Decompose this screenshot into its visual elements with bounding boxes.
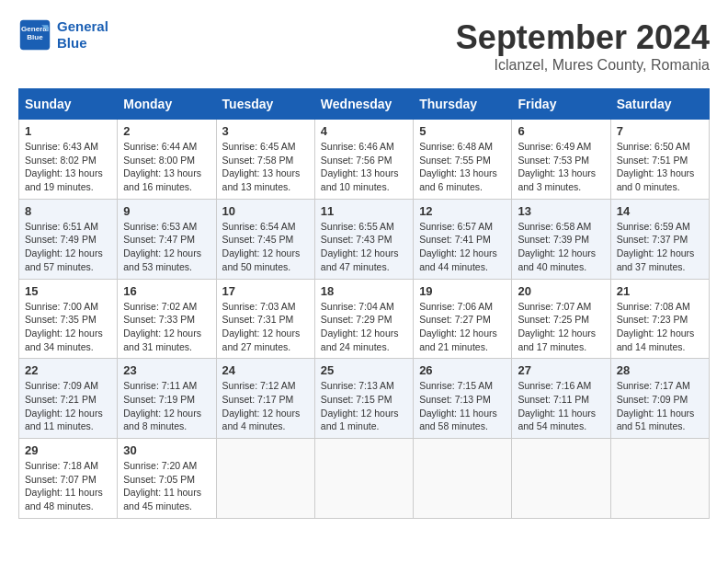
svg-text:Blue: Blue [27, 33, 43, 41]
calendar-cell: 6 Sunrise: 6:49 AMSunset: 7:53 PMDayligh… [512, 120, 610, 200]
calendar-week-row: 22 Sunrise: 7:09 AMSunset: 7:21 PMDaylig… [19, 359, 710, 439]
day-number: 18 [321, 284, 407, 298]
calendar-cell: 7 Sunrise: 6:50 AMSunset: 7:51 PMDayligh… [610, 120, 709, 200]
day-info: Sunrise: 7:15 AMSunset: 7:13 PMDaylight:… [419, 379, 506, 433]
calendar-week-row: 1 Sunrise: 6:43 AMSunset: 8:02 PMDayligh… [19, 120, 710, 200]
day-info: Sunrise: 7:17 AMSunset: 7:09 PMDaylight:… [617, 379, 703, 433]
day-number: 8 [25, 204, 111, 218]
calendar-cell: 1 Sunrise: 6:43 AMSunset: 8:02 PMDayligh… [19, 120, 118, 200]
day-info: Sunrise: 7:13 AMSunset: 7:15 PMDaylight:… [321, 379, 407, 433]
day-number: 17 [222, 284, 309, 298]
day-info: Sunrise: 6:46 AMSunset: 7:56 PMDaylight:… [321, 140, 407, 194]
day-info: Sunrise: 6:45 AMSunset: 7:58 PMDaylight:… [222, 140, 309, 194]
day-number: 28 [617, 363, 703, 377]
day-number: 30 [123, 443, 210, 457]
calendar-cell: 13 Sunrise: 6:58 AMSunset: 7:39 PMDaylig… [512, 199, 610, 279]
day-number: 6 [518, 124, 604, 138]
day-number: 22 [25, 363, 111, 377]
calendar-header-row: SundayMondayTuesdayWednesdayThursdayFrid… [19, 89, 710, 120]
calendar-cell: 5 Sunrise: 6:48 AMSunset: 7:55 PMDayligh… [414, 120, 512, 200]
day-number: 5 [419, 124, 506, 138]
day-number: 11 [321, 204, 407, 218]
day-info: Sunrise: 7:18 AMSunset: 7:07 PMDaylight:… [25, 459, 111, 513]
day-info: Sunrise: 6:55 AMSunset: 7:43 PMDaylight:… [321, 220, 407, 274]
day-number: 12 [419, 204, 506, 218]
calendar-cell: 17 Sunrise: 7:03 AMSunset: 7:31 PMDaylig… [216, 279, 314, 359]
calendar-cell: 25 Sunrise: 7:13 AMSunset: 7:15 PMDaylig… [314, 359, 413, 439]
calendar-cell: 3 Sunrise: 6:45 AMSunset: 7:58 PMDayligh… [216, 120, 314, 200]
day-info: Sunrise: 7:06 AMSunset: 7:27 PMDaylight:… [419, 300, 506, 354]
calendar-cell: 12 Sunrise: 6:57 AMSunset: 7:41 PMDaylig… [414, 199, 512, 279]
day-info: Sunrise: 6:53 AMSunset: 7:47 PMDaylight:… [123, 220, 210, 274]
day-number: 7 [617, 124, 703, 138]
day-number: 9 [123, 204, 210, 218]
day-info: Sunrise: 6:48 AMSunset: 7:55 PMDaylight:… [419, 140, 506, 194]
calendar-cell: 11 Sunrise: 6:55 AMSunset: 7:43 PMDaylig… [314, 199, 413, 279]
day-number: 27 [518, 363, 604, 377]
day-number: 25 [321, 363, 407, 377]
day-number: 26 [419, 363, 506, 377]
calendar-cell: 18 Sunrise: 7:04 AMSunset: 7:29 PMDaylig… [314, 279, 413, 359]
calendar-cell: 8 Sunrise: 6:51 AMSunset: 7:49 PMDayligh… [19, 199, 118, 279]
calendar-cell: 23 Sunrise: 7:11 AMSunset: 7:19 PMDaylig… [118, 359, 216, 439]
weekday-header-thursday: Thursday [414, 89, 512, 120]
calendar-cell: 30 Sunrise: 7:20 AMSunset: 7:05 PMDaylig… [118, 439, 216, 519]
calendar-cell: 2 Sunrise: 6:44 AMSunset: 8:00 PMDayligh… [118, 120, 216, 200]
weekday-header-saturday: Saturday [610, 89, 709, 120]
day-number: 3 [222, 124, 309, 138]
weekday-header-wednesday: Wednesday [314, 89, 413, 120]
title-block: September 2024 Iclanzel, Mures County, R… [456, 18, 710, 74]
logo-blue: Blue [57, 35, 108, 52]
day-number: 19 [419, 284, 506, 298]
calendar-cell: 15 Sunrise: 7:00 AMSunset: 7:35 PMDaylig… [19, 279, 118, 359]
day-number: 20 [518, 284, 604, 298]
day-number: 10 [222, 204, 309, 218]
day-info: Sunrise: 6:58 AMSunset: 7:39 PMDaylight:… [518, 220, 604, 274]
logo-general: General [57, 18, 108, 35]
month-title: September 2024 [456, 18, 710, 57]
calendar-cell: 9 Sunrise: 6:53 AMSunset: 7:47 PMDayligh… [118, 199, 216, 279]
calendar-week-row: 8 Sunrise: 6:51 AMSunset: 7:49 PMDayligh… [19, 199, 710, 279]
day-number: 21 [617, 284, 703, 298]
calendar-cell: 22 Sunrise: 7:09 AMSunset: 7:21 PMDaylig… [19, 359, 118, 439]
calendar-cell: 24 Sunrise: 7:12 AMSunset: 7:17 PMDaylig… [216, 359, 314, 439]
day-info: Sunrise: 7:07 AMSunset: 7:25 PMDaylight:… [518, 300, 604, 354]
day-number: 15 [25, 284, 111, 298]
day-info: Sunrise: 7:09 AMSunset: 7:21 PMDaylight:… [25, 379, 111, 433]
calendar-cell: 29 Sunrise: 7:18 AMSunset: 7:07 PMDaylig… [19, 439, 118, 519]
logo: General Blue General Blue [18, 18, 108, 52]
day-info: Sunrise: 7:11 AMSunset: 7:19 PMDaylight:… [123, 379, 210, 433]
day-info: Sunrise: 6:49 AMSunset: 7:53 PMDaylight:… [518, 140, 604, 194]
day-info: Sunrise: 6:44 AMSunset: 8:00 PMDaylight:… [123, 140, 210, 194]
calendar-week-row: 15 Sunrise: 7:00 AMSunset: 7:35 PMDaylig… [19, 279, 710, 359]
calendar-cell: 21 Sunrise: 7:08 AMSunset: 7:23 PMDaylig… [610, 279, 709, 359]
calendar-cell [216, 439, 314, 519]
day-number: 29 [25, 443, 111, 457]
calendar-cell [512, 439, 610, 519]
day-info: Sunrise: 7:02 AMSunset: 7:33 PMDaylight:… [123, 300, 210, 354]
day-info: Sunrise: 7:00 AMSunset: 7:35 PMDaylight:… [25, 300, 111, 354]
day-number: 4 [321, 124, 407, 138]
calendar-cell: 4 Sunrise: 6:46 AMSunset: 7:56 PMDayligh… [314, 120, 413, 200]
day-info: Sunrise: 6:51 AMSunset: 7:49 PMDaylight:… [25, 220, 111, 274]
location-subtitle: Iclanzel, Mures County, Romania [456, 57, 710, 74]
calendar-cell: 26 Sunrise: 7:15 AMSunset: 7:13 PMDaylig… [414, 359, 512, 439]
day-info: Sunrise: 7:08 AMSunset: 7:23 PMDaylight:… [617, 300, 703, 354]
day-number: 14 [617, 204, 703, 218]
day-number: 23 [123, 363, 210, 377]
weekday-header-friday: Friday [512, 89, 610, 120]
calendar-cell: 28 Sunrise: 7:17 AMSunset: 7:09 PMDaylig… [610, 359, 709, 439]
day-number: 24 [222, 363, 309, 377]
calendar-cell [610, 439, 709, 519]
page-header: General Blue General Blue September 2024… [18, 18, 710, 74]
day-info: Sunrise: 6:50 AMSunset: 7:51 PMDaylight:… [617, 140, 703, 194]
calendar-cell [414, 439, 512, 519]
calendar-cell: 20 Sunrise: 7:07 AMSunset: 7:25 PMDaylig… [512, 279, 610, 359]
day-number: 1 [25, 124, 111, 138]
calendar-cell: 27 Sunrise: 7:16 AMSunset: 7:11 PMDaylig… [512, 359, 610, 439]
weekday-header-monday: Monday [118, 89, 216, 120]
calendar-table: SundayMondayTuesdayWednesdayThursdayFrid… [18, 88, 710, 519]
calendar-cell: 10 Sunrise: 6:54 AMSunset: 7:45 PMDaylig… [216, 199, 314, 279]
day-info: Sunrise: 7:12 AMSunset: 7:17 PMDaylight:… [222, 379, 309, 433]
calendar-week-row: 29 Sunrise: 7:18 AMSunset: 7:07 PMDaylig… [19, 439, 710, 519]
